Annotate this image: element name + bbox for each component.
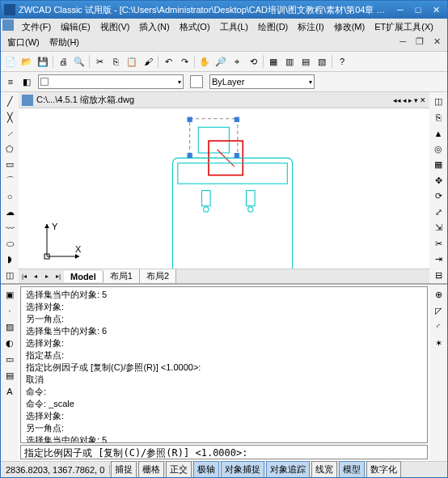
help-icon[interactable]: ? — [335, 54, 349, 69]
zoom-win-icon[interactable]: ⌖ — [230, 54, 244, 69]
color-swatch[interactable] — [190, 75, 203, 88]
copy-icon[interactable]: ⎘ — [108, 54, 123, 69]
layer-mgr-icon[interactable]: ≡ — [3, 74, 18, 89]
move-icon[interactable]: ✥ — [431, 174, 446, 188]
menu-format[interactable]: 格式(O) — [175, 19, 215, 35]
ellipse-arc-icon[interactable]: ◗ — [2, 252, 17, 267]
xline-icon[interactable]: ╳ — [2, 111, 17, 125]
tab-model[interactable]: Model — [64, 271, 104, 282]
dc-icon[interactable]: ▥ — [282, 54, 297, 69]
menu-et[interactable]: ET扩展工具(X) — [370, 19, 438, 35]
tab-layout1[interactable]: 布局1 — [104, 269, 140, 283]
zoom-prev-icon[interactable]: ⟲ — [246, 54, 260, 69]
revcloud-icon[interactable]: ☁ — [2, 205, 17, 220]
scale-icon[interactable]: ⤢ — [431, 205, 446, 220]
line-icon[interactable]: ╱ — [2, 95, 17, 109]
tab-first-icon[interactable]: |◂ — [19, 273, 30, 280]
tab-next-icon[interactable]: ▸ — [41, 273, 53, 280]
status-model[interactable]: 模型 — [339, 461, 365, 478]
layer-state-icon[interactable]: ◧ — [19, 74, 34, 89]
join-icon[interactable]: ⊕ — [431, 287, 446, 302]
rect-icon[interactable]: ▭ — [2, 158, 17, 172]
block-icon[interactable]: ▣ — [2, 287, 17, 302]
layer-dropdown[interactable]: ▾ — [38, 74, 184, 89]
paste-icon[interactable]: 📋 — [125, 54, 139, 69]
pan-icon[interactable]: ✋ — [197, 54, 212, 69]
open-icon[interactable]: 📂 — [19, 54, 34, 69]
undo-icon[interactable]: ↶ — [161, 54, 175, 69]
command-input[interactable]: 指定比例因子或 [复制(C)/参照(R)] <1.0000>: — [20, 445, 428, 459]
insert-icon[interactable]: ◫ — [2, 269, 17, 283]
maximize-button[interactable]: □ — [410, 3, 426, 16]
offset-icon[interactable]: ◎ — [431, 142, 446, 157]
array-icon[interactable]: ▦ — [431, 158, 446, 172]
status-otrack[interactable]: 对象追踪 — [266, 461, 310, 478]
break-icon[interactable]: ⊟ — [431, 269, 446, 283]
status-grid[interactable]: 栅格 — [138, 461, 164, 478]
preview-icon[interactable]: 🔍 — [72, 54, 87, 69]
zoom-rt-icon[interactable]: 🔎 — [213, 54, 228, 69]
tab-prev-icon[interactable]: ◂ — [30, 273, 41, 280]
document-tab-title[interactable]: C:\...\4.5.1 缩放水箱.dwg — [36, 94, 134, 106]
erase-icon[interactable]: ◫ — [431, 95, 446, 109]
nav-next-icon[interactable]: ▸ — [408, 96, 412, 104]
menu-help[interactable]: 帮助(H) — [44, 35, 84, 50]
drawing-canvas[interactable]: YX — [19, 108, 429, 269]
menu-modify[interactable]: 修改(M) — [329, 19, 370, 35]
menu-window[interactable]: 窗口(W) — [2, 35, 44, 50]
nav-first-icon[interactable]: ◂◂ — [393, 96, 401, 104]
trim-icon[interactable]: ✂ — [431, 237, 446, 252]
stretch-icon[interactable]: ⇲ — [431, 221, 446, 235]
doc-restore[interactable]: ❐ — [411, 35, 429, 50]
save-icon[interactable]: 💾 — [36, 54, 50, 69]
fillet-icon[interactable]: ◜ — [431, 319, 446, 334]
spline-icon[interactable]: 〰 — [2, 221, 17, 235]
nav-prev-icon[interactable]: ◂ — [403, 96, 407, 104]
region-icon[interactable]: ▭ — [2, 352, 17, 366]
status-osnap[interactable]: 对象捕捉 — [221, 461, 264, 478]
status-lwt[interactable]: 线宽 — [311, 461, 337, 478]
calc-icon[interactable]: ▧ — [315, 54, 329, 69]
doc-close[interactable]: ✕ — [429, 35, 446, 50]
explode-icon[interactable]: ✶ — [431, 336, 446, 350]
status-snap[interactable]: 捕捉 — [111, 461, 137, 478]
minimize-button[interactable]: ─ — [392, 3, 408, 16]
extend-icon[interactable]: ⇥ — [431, 252, 446, 267]
rotate-icon[interactable]: ⟳ — [431, 189, 446, 204]
menu-tools[interactable]: 工具(L) — [215, 19, 253, 35]
grad-icon[interactable]: ◐ — [2, 336, 17, 350]
arc-icon[interactable]: ⌒ — [2, 174, 17, 188]
status-ortho[interactable]: 正交 — [166, 461, 192, 478]
mirror-icon[interactable]: ▲ — [431, 126, 446, 141]
status-polar[interactable]: 极轴 — [193, 461, 219, 478]
table-icon[interactable]: ▤ — [2, 368, 17, 383]
menu-draw[interactable]: 绘图(D) — [253, 19, 293, 35]
menu-dim[interactable]: 标注(I) — [293, 19, 328, 35]
props-icon[interactable]: ▦ — [266, 54, 281, 69]
bylayer-dropdown[interactable]: ByLayer ▾ — [209, 74, 315, 89]
tab-last-icon[interactable]: ▸| — [53, 273, 64, 280]
chamfer-icon[interactable]: ◸ — [431, 303, 446, 318]
hatch-icon[interactable]: ▨ — [2, 319, 17, 334]
menu-edit[interactable]: 编辑(E) — [56, 19, 95, 35]
nav-close-icon[interactable]: ✕ — [420, 96, 426, 104]
ellipse-icon[interactable]: ⬭ — [2, 237, 17, 252]
text-icon[interactable]: A — [2, 384, 17, 399]
tool-pal-icon[interactable]: ▤ — [298, 54, 313, 69]
doc-minimize[interactable]: ─ — [395, 35, 411, 50]
print-icon[interactable]: 🖨 — [56, 54, 70, 69]
close-button[interactable]: ✕ — [428, 3, 444, 16]
circle-icon[interactable]: ○ — [2, 189, 17, 204]
copy2-icon[interactable]: ⎘ — [431, 111, 446, 125]
cut-icon[interactable]: ✂ — [92, 54, 107, 69]
new-icon[interactable]: 📄 — [3, 54, 18, 69]
menu-view[interactable]: 视图(V) — [95, 19, 135, 35]
menu-insert[interactable]: 插入(N) — [134, 19, 174, 35]
point-icon[interactable]: · — [2, 303, 17, 318]
tab-layout2[interactable]: 布局2 — [140, 269, 176, 283]
menu-file[interactable]: 文件(F) — [17, 19, 56, 35]
match-icon[interactable]: 🖌 — [141, 54, 155, 69]
status-digit[interactable]: 数字化 — [366, 461, 401, 478]
polygon-icon[interactable]: ⬠ — [2, 142, 17, 157]
redo-icon[interactable]: ↷ — [177, 54, 192, 69]
